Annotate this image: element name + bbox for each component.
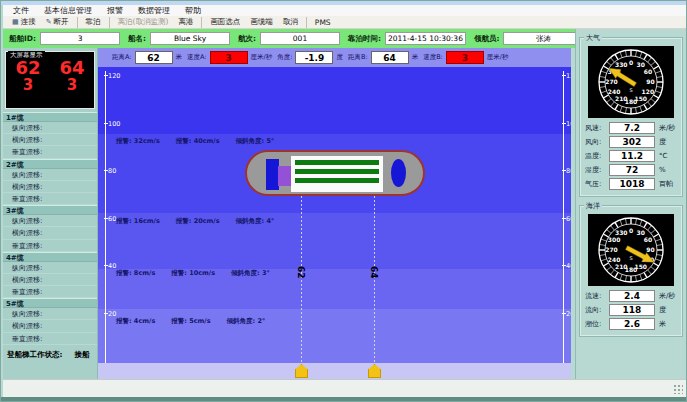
measurement-value: 3: [210, 51, 248, 64]
toolbar-button-label: 靠泊: [86, 17, 101, 27]
drift-row-longitudinal: 纵向漂移:: [3, 262, 97, 274]
svg-text:240: 240: [608, 88, 621, 95]
svg-text:240: 240: [608, 256, 621, 263]
toolbar-button[interactable]: 离港: [173, 17, 202, 28]
resize-grip-icon[interactable]: [673, 384, 683, 394]
reading-unit: %: [659, 166, 666, 174]
cargo-stripe: [295, 169, 379, 174]
svg-text:0: 0: [629, 59, 633, 66]
reading-value: 72: [609, 164, 655, 176]
mooring-section-header: 4#缆: [3, 252, 97, 262]
app-window: 文件基本信息管理报警数据管理帮助 ▦ 连接 ✎ 断开 靠泊 离泊(取消监测): [0, 0, 687, 402]
measurement-label: 距离B:: [348, 53, 368, 62]
mooring-section: 4#缆 纵向漂移: 横向漂移: 垂直漂移:: [3, 252, 97, 299]
toolbar-button[interactable]: PMS: [310, 17, 336, 28]
menu-item[interactable]: 帮助: [185, 5, 201, 16]
info-field-input[interactable]: 001: [260, 32, 340, 45]
drift-row-vertical: 垂直漂移:: [3, 333, 97, 345]
measurement-field: 距离B: 64 米: [348, 51, 418, 64]
drift-row-vertical: 垂直漂移:: [3, 240, 97, 252]
mooring-section: 2#缆 纵向漂移: 横向漂移: 垂直漂移:: [3, 159, 97, 206]
display-speed-b: 3: [67, 77, 77, 94]
mooring-section: 5#缆 纵向漂移: 横向漂移: 垂直漂移:: [3, 298, 97, 345]
display-distance-b: 64: [59, 59, 84, 77]
measurement-field: 速度B: 3 厘米/秒: [423, 51, 508, 64]
toolbar-button[interactable]: 画缆端: [245, 17, 278, 28]
toolbar-button[interactable]: 画面选点: [205, 17, 245, 28]
menu-item[interactable]: 文件: [13, 5, 29, 16]
measurement-field: 速度A: 3 厘米/秒: [187, 51, 272, 64]
drift-row-lateral: 横向漂移:: [3, 320, 97, 332]
toolbar-icon: ▦: [12, 18, 19, 26]
mooring-sections: 1#缆 纵向漂移: 横向漂移: 垂直漂移: 2#缆 纵向漂移: 横向漂移: 垂直…: [3, 112, 97, 345]
drift-row-lateral: 横向漂移:: [3, 274, 97, 286]
atmosphere-group: 大气 0306090120150180210240270300330S 风速: …: [579, 37, 683, 197]
cargo-stripe: [295, 160, 379, 165]
info-field: 领航员: 张涛: [474, 32, 584, 45]
info-field-label: 靠泊时间:: [348, 34, 381, 44]
reading-label: 湿度:: [585, 165, 609, 175]
measurement-label: 角度:: [277, 53, 292, 62]
reading-row: 风速: 7.2 米/秒: [583, 122, 679, 134]
ship-deck: [291, 156, 383, 192]
reading-value: 11.2: [609, 150, 655, 162]
toolbar-button[interactable]: ▦ 连接: [7, 17, 41, 28]
reading-label: 风速:: [585, 123, 609, 133]
measurement-unit: 厘米/秒: [487, 53, 509, 62]
reading-label: 流速:: [585, 291, 609, 301]
reading-label: 气压:: [585, 179, 609, 189]
window-bottom-border: [1, 397, 687, 402]
drift-row-lateral: 横向漂移:: [3, 134, 97, 146]
measurement-value: 64: [371, 51, 409, 64]
toolbar-button[interactable]: ✎ 断开: [41, 17, 78, 28]
toolbar-button-label: 连接: [21, 17, 36, 27]
ship-module: [278, 166, 291, 186]
alarm-speed-a-label: 报警: 4cm/s: [116, 317, 155, 326]
menu-item[interactable]: 数据管理: [138, 5, 170, 16]
toolbar-button[interactable]: 离泊(取消监测): [113, 17, 174, 28]
display-title: 大屏幕显示: [8, 51, 45, 60]
menu-item[interactable]: 报警: [107, 5, 123, 16]
reading-unit: 米/秒: [659, 291, 675, 301]
menu-bar: 文件基本信息管理报警数据管理帮助: [3, 5, 686, 16]
alarm-speed-a-label: 报警: 32cm/s: [116, 137, 160, 146]
info-field-input[interactable]: 张涛: [503, 32, 583, 45]
toolbar-button-label: 断开: [54, 17, 69, 27]
svg-text:330: 330: [615, 61, 628, 68]
reading-value: 1018: [609, 178, 655, 190]
reading-row: 湿度: 72 %: [583, 164, 679, 176]
warning-zone-row: 报警: 8cm/s 报警: 10cm/s 倾斜角度: 3°: [116, 269, 270, 278]
drift-row-lateral: 横向漂移:: [3, 181, 97, 193]
tilt-angle-label: 倾斜角度: 2°: [227, 317, 266, 326]
mooring-section: 3#缆 纵向漂移: 横向漂移: 垂直漂移:: [3, 205, 97, 252]
measurement-value: 3: [446, 51, 484, 64]
measurement-label: 距离A:: [112, 53, 132, 62]
svg-text:270: 270: [605, 78, 618, 85]
mooring-section-header: 2#缆: [3, 159, 97, 169]
drift-row-longitudinal: 纵向漂移:: [3, 215, 97, 227]
toolbar-button-label: 离港: [178, 17, 193, 27]
mooring-section-header: 3#缆: [3, 205, 97, 215]
toolbar-button[interactable]: 靠泊: [81, 17, 110, 28]
info-field-label: 船名:: [128, 34, 146, 44]
info-field-input[interactable]: 3: [40, 32, 120, 45]
measurement-label: 速度A:: [187, 53, 207, 62]
berth-view: 12010080604020 12010080604020 报警: 32cm/s…: [98, 67, 571, 379]
svg-text:210: 210: [615, 95, 628, 102]
wind-compass-gauge: 0306090120150180210240270300330S: [588, 46, 674, 118]
toolbar-button-label: 画缆端: [250, 17, 273, 27]
svg-text:60: 60: [644, 236, 652, 243]
measurement-bar: 距离A: 62 米 速度A: 3 厘米/秒 角度: -1.9 度 距离B: 64…: [98, 48, 571, 67]
reading-label: 风向:: [585, 137, 609, 147]
menu-item[interactable]: 基本信息管理: [44, 5, 92, 16]
distance-label-b: 64: [369, 266, 379, 278]
gangway-status-label: 登船梯工作状态:: [7, 350, 63, 360]
current-compass-gauge: 0306090120150180210240270300330S: [588, 214, 674, 286]
toolbar-button[interactable]: 取消: [278, 17, 307, 28]
atmosphere-group-title: 大气: [584, 33, 602, 43]
info-field-label: 航次:: [238, 34, 256, 44]
measurement-value: 62: [135, 51, 173, 64]
info-field-input[interactable]: 2011-4-15 10:30:36: [385, 32, 466, 45]
info-field-input[interactable]: Blue Sky: [150, 32, 230, 45]
info-field: 船名: Blue Sky: [128, 32, 230, 45]
